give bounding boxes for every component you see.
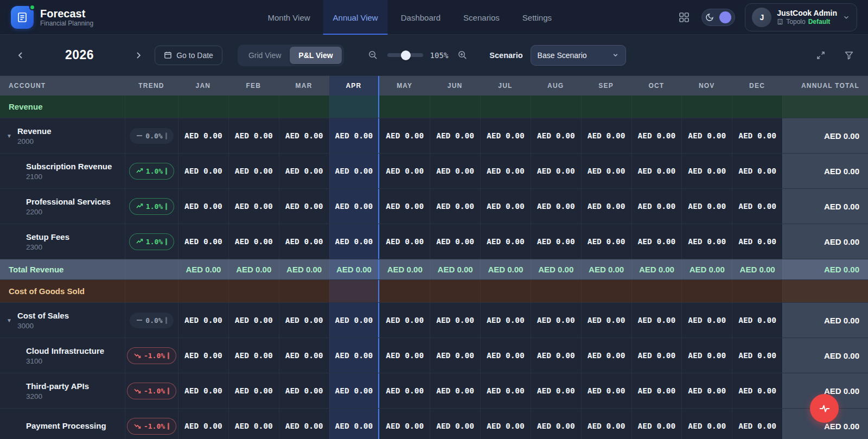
value-cell[interactable]: AED 0.00: [480, 338, 531, 373]
column-header-mar[interactable]: MAR: [279, 76, 329, 96]
value-cell[interactable]: AED 0.00: [732, 259, 782, 279]
value-cell[interactable]: AED 0.00: [279, 409, 329, 439]
collapse-caret-icon[interactable]: ▼: [5, 317, 13, 323]
value-cell[interactable]: AED 0.00: [430, 189, 480, 224]
value-cell[interactable]: AED 0.00: [681, 224, 732, 259]
value-cell[interactable]: AED 0.00: [581, 154, 631, 188]
column-header-jun[interactable]: JUN: [430, 76, 480, 96]
nav-item-dashboard[interactable]: Dashboard: [391, 0, 450, 35]
column-header-nov[interactable]: NOV: [681, 76, 732, 96]
scenario-select[interactable]: Base Scenario: [531, 45, 626, 66]
value-cell[interactable]: AED 0.00: [631, 409, 682, 439]
zoom-out-icon[interactable]: [366, 48, 380, 62]
value-cell[interactable]: AED 0.00: [480, 118, 531, 153]
value-cell[interactable]: AED 0.00: [178, 224, 228, 259]
value-cell[interactable]: AED 0.00: [631, 224, 682, 259]
value-cell[interactable]: AED 0.00: [631, 373, 682, 408]
value-cell[interactable]: AED 0.00: [631, 303, 682, 338]
value-cell[interactable]: AED 0.00: [329, 338, 380, 373]
value-cell[interactable]: AED 0.00: [581, 259, 631, 279]
value-cell[interactable]: AED 0.00: [379, 373, 430, 408]
value-cell[interactable]: AED 0.00: [178, 154, 228, 188]
value-cell[interactable]: AED 0.00: [581, 373, 631, 408]
value-cell[interactable]: AED 0.00: [732, 154, 782, 188]
value-cell[interactable]: AED 0.00: [279, 154, 329, 188]
account-cell[interactable]: ▼Cost of Sales3000: [0, 303, 125, 338]
account-cell[interactable]: ▼Revenue2000: [0, 118, 125, 153]
value-cell[interactable]: AED 0.00: [178, 373, 228, 408]
section-row-revenue[interactable]: Revenue: [0, 96, 868, 118]
value-cell[interactable]: AED 0.00: [531, 338, 581, 373]
value-cell[interactable]: AED 0.00: [681, 189, 732, 224]
value-cell[interactable]: AED 0.00: [480, 409, 531, 439]
value-cell[interactable]: AED 0.00: [430, 338, 480, 373]
column-header-aug[interactable]: AUG: [531, 76, 581, 96]
value-cell[interactable]: AED 0.00: [631, 338, 682, 373]
value-cell[interactable]: AED 0.00: [279, 373, 329, 408]
value-cell[interactable]: AED 0.00: [279, 338, 329, 373]
value-cell[interactable]: AED 0.00: [228, 338, 279, 373]
account-cell[interactable]: Payment Processing: [0, 409, 125, 439]
account-cell[interactable]: Setup Fees2300: [0, 224, 125, 259]
value-cell[interactable]: AED 0.00: [178, 409, 228, 439]
value-cell[interactable]: AED 0.00: [379, 303, 430, 338]
value-cell[interactable]: AED 0.00: [732, 118, 782, 153]
value-cell[interactable]: AED 0.00: [732, 303, 782, 338]
view-option-p-l-view[interactable]: P&L View: [290, 47, 341, 64]
value-cell[interactable]: AED 0.00: [631, 154, 682, 188]
value-cell[interactable]: AED 0.00: [430, 409, 480, 439]
column-header-annual-total[interactable]: ANNUAL TOTAL: [782, 76, 868, 96]
value-cell[interactable]: AED 0.00: [379, 224, 430, 259]
value-cell[interactable]: AED 0.00: [228, 303, 279, 338]
value-cell[interactable]: AED 0.00: [178, 259, 228, 279]
value-cell[interactable]: AED 0.00: [178, 118, 228, 153]
value-cell[interactable]: AED 0.00: [732, 189, 782, 224]
value-cell[interactable]: AED 0.00: [228, 118, 279, 153]
value-cell[interactable]: AED 0.00: [228, 189, 279, 224]
value-cell[interactable]: AED 0.00: [430, 154, 480, 188]
fullscreen-icon[interactable]: [814, 48, 828, 62]
value-cell[interactable]: AED 0.00: [430, 303, 480, 338]
value-cell[interactable]: AED 0.00: [581, 338, 631, 373]
value-cell[interactable]: AED 0.00: [329, 409, 380, 439]
value-cell[interactable]: AED 0.00: [681, 338, 732, 373]
value-cell[interactable]: AED 0.00: [681, 154, 732, 188]
value-cell[interactable]: AED 0.00: [581, 189, 631, 224]
value-cell[interactable]: AED 0.00: [430, 118, 480, 153]
value-cell[interactable]: AED 0.00: [379, 189, 430, 224]
zoom-in-icon[interactable]: [455, 48, 470, 62]
value-cell[interactable]: AED 0.00: [329, 224, 380, 259]
value-cell[interactable]: AED 0.00: [480, 259, 531, 279]
value-cell[interactable]: AED 0.00: [178, 338, 228, 373]
value-cell[interactable]: AED 0.00: [531, 259, 581, 279]
value-cell[interactable]: AED 0.00: [732, 224, 782, 259]
value-cell[interactable]: AED 0.00: [430, 259, 480, 279]
value-cell[interactable]: AED 0.00: [279, 118, 329, 153]
value-cell[interactable]: AED 0.00: [631, 189, 682, 224]
value-cell[interactable]: AED 0.00: [329, 259, 380, 279]
value-cell[interactable]: AED 0.00: [329, 373, 380, 408]
value-cell[interactable]: AED 0.00: [329, 118, 380, 153]
value-cell[interactable]: AED 0.00: [279, 189, 329, 224]
value-cell[interactable]: AED 0.00: [228, 259, 279, 279]
nav-item-settings[interactable]: Settings: [513, 0, 561, 35]
column-header-may[interactable]: MAY: [379, 76, 430, 96]
prev-year-button[interactable]: [12, 47, 29, 64]
column-header-apr[interactable]: APR: [329, 76, 380, 96]
value-cell[interactable]: AED 0.00: [480, 224, 531, 259]
nav-item-month-view[interactable]: Month View: [258, 0, 320, 35]
value-cell[interactable]: AED 0.00: [228, 224, 279, 259]
column-header-jan[interactable]: JAN: [178, 76, 228, 96]
value-cell[interactable]: AED 0.00: [581, 118, 631, 153]
column-header-trend[interactable]: TREND: [125, 76, 178, 96]
section-row-cogs[interactable]: Cost of Goods Sold: [0, 280, 868, 303]
value-cell[interactable]: AED 0.00: [228, 154, 279, 188]
activity-fab[interactable]: [810, 394, 839, 423]
value-cell[interactable]: AED 0.00: [379, 409, 430, 439]
value-cell[interactable]: AED 0.00: [480, 154, 531, 188]
value-cell[interactable]: AED 0.00: [379, 338, 430, 373]
value-cell[interactable]: AED 0.00: [581, 303, 631, 338]
column-header-oct[interactable]: OCT: [631, 76, 682, 96]
nav-item-annual-view[interactable]: Annual View: [323, 0, 388, 35]
value-cell[interactable]: AED 0.00: [178, 189, 228, 224]
